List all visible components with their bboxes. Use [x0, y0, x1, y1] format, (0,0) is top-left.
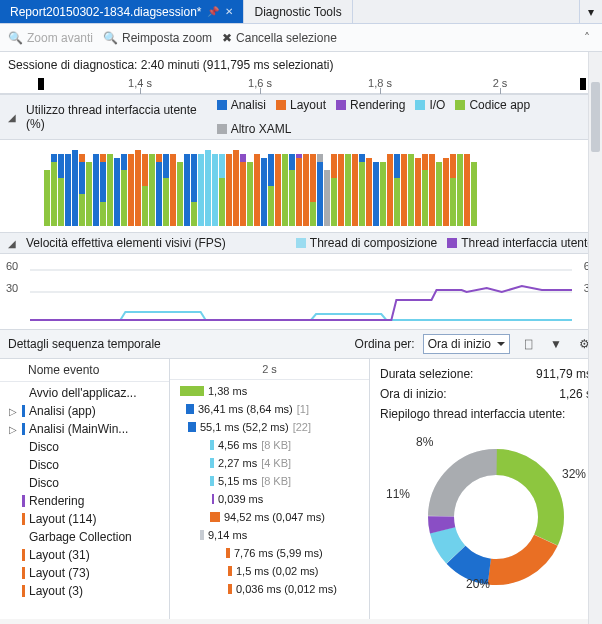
- util-bar[interactable]: [387, 154, 393, 226]
- util-bar[interactable]: [310, 154, 316, 226]
- util-bar[interactable]: [247, 162, 253, 226]
- util-bar[interactable]: [317, 154, 323, 226]
- util-bar[interactable]: [86, 162, 92, 226]
- tab-report[interactable]: Report20150302-1834.diagsession* 📌 ✕: [0, 0, 244, 23]
- util-bar[interactable]: [198, 154, 204, 226]
- gantt-row[interactable]: 4,56 ms[8 KB]: [170, 436, 369, 454]
- util-bar[interactable]: [324, 170, 330, 226]
- sort-dropdown[interactable]: Ora di inizio: [423, 334, 510, 354]
- util-bar[interactable]: [107, 154, 113, 226]
- event-row[interactable]: Garbage Collection: [0, 528, 169, 546]
- selection-end-marker[interactable]: [580, 78, 586, 90]
- scroll-up-button[interactable]: ˄: [580, 31, 594, 45]
- util-bar[interactable]: [331, 154, 337, 226]
- util-bar[interactable]: [205, 150, 211, 226]
- tab-overflow-button[interactable]: ▾: [579, 0, 602, 23]
- gantt-row[interactable]: 9,14 ms: [170, 526, 369, 544]
- util-bar[interactable]: [261, 158, 267, 226]
- util-bar[interactable]: [408, 154, 414, 226]
- gantt-row[interactable]: 0,036 ms (0,012 ms): [170, 580, 369, 598]
- util-bar[interactable]: [464, 154, 470, 226]
- event-row[interactable]: Layout (73): [0, 564, 169, 582]
- util-bar[interactable]: [401, 154, 407, 226]
- close-icon[interactable]: ✕: [225, 6, 233, 17]
- event-row[interactable]: ▷Analisi (MainWin...: [0, 420, 169, 438]
- event-row[interactable]: Avvio dell'applicaz...: [0, 384, 169, 402]
- util-bar[interactable]: [233, 150, 239, 226]
- event-row[interactable]: Layout (31): [0, 546, 169, 564]
- util-bar[interactable]: [394, 154, 400, 226]
- gantt-row[interactable]: 55,1 ms (52,2 ms)[22]: [170, 418, 369, 436]
- util-bar[interactable]: [79, 154, 85, 226]
- util-bar[interactable]: [422, 154, 428, 226]
- util-bar[interactable]: [345, 154, 351, 226]
- clear-selection-button[interactable]: ✖ Cancella selezione: [222, 31, 337, 45]
- gantt-row[interactable]: 5,15 ms[8 KB]: [170, 472, 369, 490]
- utilization-chart[interactable]: [0, 140, 602, 232]
- util-bar[interactable]: [58, 154, 64, 226]
- util-bar[interactable]: [226, 154, 232, 226]
- util-bar[interactable]: [254, 154, 260, 226]
- util-bar[interactable]: [415, 158, 421, 226]
- util-bar[interactable]: [471, 162, 477, 226]
- event-row[interactable]: Disco: [0, 456, 169, 474]
- util-bar[interactable]: [142, 154, 148, 226]
- util-bar[interactable]: [72, 150, 78, 226]
- event-row[interactable]: Disco: [0, 438, 169, 456]
- util-bar[interactable]: [275, 154, 281, 226]
- util-bar[interactable]: [212, 154, 218, 226]
- gantt-row[interactable]: 1,5 ms (0,02 ms): [170, 562, 369, 580]
- util-bar[interactable]: [128, 154, 134, 226]
- util-bar[interactable]: [366, 158, 372, 226]
- util-bar[interactable]: [282, 154, 288, 226]
- util-bar[interactable]: [429, 154, 435, 226]
- group-icon[interactable]: ⎕: [518, 334, 538, 354]
- util-bar[interactable]: [44, 170, 50, 226]
- util-bar[interactable]: [156, 154, 162, 226]
- time-ruler[interactable]: 1,4 s 1,6 s 1,8 s 2 s: [0, 74, 602, 94]
- vertical-scrollbar[interactable]: [588, 52, 602, 624]
- gantt-row[interactable]: 0,039 ms: [170, 490, 369, 508]
- util-bar[interactable]: [184, 154, 190, 226]
- gantt-row[interactable]: 94,52 ms (0,047 ms): [170, 508, 369, 526]
- util-bar[interactable]: [149, 154, 155, 226]
- fps-chart[interactable]: 60 30 60 30: [0, 254, 602, 330]
- util-bar[interactable]: [170, 154, 176, 226]
- util-bar[interactable]: [121, 154, 127, 226]
- collapse-icon[interactable]: ◢: [8, 238, 16, 249]
- util-bar[interactable]: [240, 154, 246, 226]
- util-bar[interactable]: [51, 154, 57, 226]
- gantt-row[interactable]: 1,38 ms: [170, 382, 369, 400]
- util-bar[interactable]: [163, 154, 169, 226]
- util-bar[interactable]: [65, 154, 71, 226]
- util-bar[interactable]: [93, 154, 99, 226]
- event-row[interactable]: Layout (114): [0, 510, 169, 528]
- util-bar[interactable]: [338, 154, 344, 226]
- event-row[interactable]: Disco: [0, 474, 169, 492]
- util-bar[interactable]: [373, 162, 379, 226]
- gantt-row[interactable]: 2,27 ms[4 KB]: [170, 454, 369, 472]
- scroll-thumb[interactable]: [591, 82, 600, 152]
- util-bar[interactable]: [352, 154, 358, 226]
- event-row[interactable]: Rendering: [0, 492, 169, 510]
- selection-start-marker[interactable]: [38, 78, 44, 90]
- util-bar[interactable]: [436, 162, 442, 226]
- util-bar[interactable]: [296, 154, 302, 226]
- util-bar[interactable]: [457, 154, 463, 226]
- pin-icon[interactable]: 📌: [207, 6, 219, 17]
- util-bar[interactable]: [268, 154, 274, 226]
- util-bar[interactable]: [303, 154, 309, 226]
- util-bar[interactable]: [177, 162, 183, 226]
- util-bar[interactable]: [219, 154, 225, 226]
- util-bar[interactable]: [135, 150, 141, 226]
- expand-icon[interactable]: ▷: [8, 424, 18, 435]
- gantt-row[interactable]: 7,76 ms (5,99 ms): [170, 544, 369, 562]
- util-bar[interactable]: [359, 154, 365, 226]
- util-bar[interactable]: [380, 162, 386, 226]
- expand-icon[interactable]: ▷: [8, 406, 18, 417]
- gantt-row[interactable]: 36,41 ms (8,64 ms)[1]: [170, 400, 369, 418]
- reset-zoom-button[interactable]: 🔍 Reimposta zoom: [103, 31, 212, 45]
- util-bar[interactable]: [191, 154, 197, 226]
- event-row[interactable]: ▷Analisi (app): [0, 402, 169, 420]
- event-row[interactable]: Layout (3): [0, 582, 169, 600]
